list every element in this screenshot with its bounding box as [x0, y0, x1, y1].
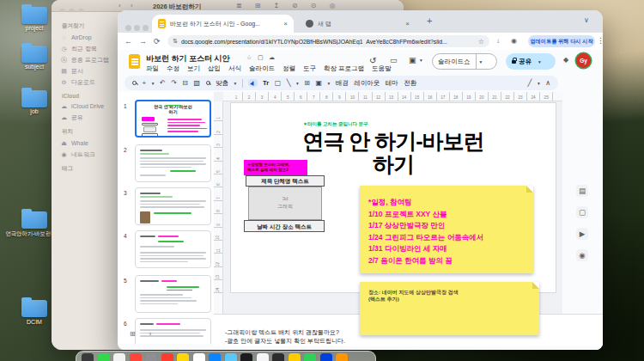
print-icon[interactable]: ⊟ [182, 79, 188, 87]
menu-item[interactable]: 슬라이드 [249, 64, 275, 73]
forward-icon[interactable]: → [139, 37, 147, 46]
dock-app-icon[interactable] [272, 353, 284, 361]
doc-cloud-status-icon[interactable]: ☁ [269, 54, 275, 61]
tab-slides[interactable]: 바보런 하기 포스터 시안 - Goog... × [152, 15, 294, 33]
sticky-note-location[interactable]: 장소: 네이버 지도에 상상만발극장 검색(텍스트 추가) [360, 282, 539, 335]
dock-app-icon[interactable] [209, 353, 221, 361]
slide-thumbnail-1[interactable]: 연극 안 하기-바보런하기 [135, 100, 211, 138]
dock-app-icon[interactable] [240, 353, 252, 361]
line-dropdown-icon[interactable]: ▾ [296, 81, 299, 86]
select-tool[interactable]: ▶ [248, 79, 257, 87]
textbox-tool[interactable]: Tr [263, 79, 269, 87]
fit-dropdown-icon[interactable]: ▾ [234, 81, 237, 86]
sticky-note-schedule[interactable]: *일정, 참여팀1/10 프로젝트 XXY 산불1/17 상상만발극장 만인1/… [360, 186, 533, 273]
dock-app-icon[interactable] [225, 353, 237, 361]
doc-move-folder-icon[interactable]: ▢ [258, 54, 264, 61]
line-tool-icon[interactable]: ╲ [287, 79, 291, 87]
doc-star-icon[interactable]: ☆ [246, 54, 252, 61]
tab-search-icon[interactable]: ∨ [584, 16, 589, 24]
slideshow-button[interactable]: 슬라이드쇼 ▾ [432, 53, 497, 70]
transition-button[interactable]: 전환 [404, 79, 416, 88]
share-button[interactable]: 공유 ▾ [506, 53, 556, 70]
side-panel-icon[interactable]: ▢ [576, 206, 588, 218]
finder-sidebar-item[interactable]: ☁공유 [60, 112, 118, 123]
dock-app-icon[interactable] [98, 353, 110, 361]
image-tool-icon[interactable]: ▣ [315, 79, 322, 87]
dock-app-icon[interactable] [113, 353, 125, 361]
update-chrome-button[interactable]: 업데이트를 위해 다시 시작 [528, 35, 595, 47]
browser-menu-icon[interactable]: ⋮ [597, 36, 603, 45]
slide-editor-canvas[interactable]: ★타이틀 고치는 중입니다 문구 연극 안 하기-바보런하기 ★정방형 포스터 … [230, 102, 556, 293]
slide-thumbnail-5[interactable] [135, 275, 211, 313]
dock-app-icon[interactable] [130, 353, 142, 361]
finder-sidebar-item[interactable]: ⏏Whale [60, 138, 118, 149]
finder-sidebar-item[interactable]: ◷최근 항목 [60, 43, 118, 54]
dock-app-icon[interactable] [289, 353, 301, 361]
finder-sidebar-item[interactable]: ☁iCloud Drive [60, 101, 118, 112]
fit-dropdown[interactable]: 맞춤 [216, 79, 228, 88]
tab-close-icon[interactable]: × [283, 20, 288, 28]
shape-tool-icon[interactable]: ▢ [275, 79, 282, 87]
finder-toolbar-icon[interactable]: ⊙ [311, 2, 318, 9]
zoom-icon[interactable] [206, 81, 210, 85]
finder-back-icon[interactable]: ‹ [118, 2, 122, 9]
site-settings-icon[interactable]: ⇅ [173, 38, 178, 45]
slide-thumbnail-3[interactable] [135, 187, 211, 225]
image-dropdown-icon[interactable]: ▾ [328, 81, 331, 86]
diagram-graphic-box[interactable]: 3d 그래픽 [248, 187, 322, 220]
download-icon[interactable]: ↓ [496, 37, 500, 45]
dock-app-icon[interactable] [336, 353, 348, 361]
desktop-folder-play-icon[interactable] [21, 211, 47, 229]
bookmark-star-icon[interactable]: ☆ [478, 38, 484, 46]
slide-green-annotation[interactable]: ★타이틀 고치는 중입니다 문구 [303, 121, 368, 127]
address-bar[interactable]: ⇅ docs.google.com/presentation/d/1kIYTL0… [167, 35, 489, 47]
dock-app-icon[interactable] [320, 353, 332, 361]
finder-toolbar-icon[interactable]: ◎ [330, 2, 337, 9]
pen-dropdown-icon[interactable]: ▾ [538, 81, 540, 86]
undo-icon[interactable]: ↶ [160, 79, 166, 87]
new-tab-button[interactable]: + [427, 15, 432, 26]
tab-newtab[interactable]: 새 탭 × [300, 15, 416, 33]
finder-toolbar-icons[interactable]: ≣⊞↥⊘⊙◎ [236, 2, 337, 9]
dock-app-icon[interactable] [177, 353, 189, 361]
gemini-sparkle-icon[interactable]: ◆ [563, 56, 568, 64]
grid-view-icon[interactable]: ⊞ [130, 330, 136, 338]
menu-item[interactable]: 수정 [167, 64, 179, 73]
slideshow-dropdown-icon[interactable]: ▾ [477, 59, 486, 64]
dock-app-icon[interactable] [257, 353, 269, 361]
finder-sidebar-item[interactable]: Ⓐ응용 프로그램 [60, 54, 118, 65]
paint-format-icon[interactable]: ▧ [194, 79, 201, 87]
account-avatar[interactable]: Gy [576, 53, 591, 68]
magenta-annotation-box[interactable]: ★정방형 포스터 그래픽, 텍스트 실제 배치 참고2 [244, 160, 307, 175]
new-slide-dropdown-icon[interactable]: ▾ [152, 81, 155, 86]
reload-icon[interactable]: ⟳ [154, 37, 161, 46]
finder-sidebar-item[interactable]: ▤문서 [60, 65, 118, 76]
finder-sidebar-item[interactable]: ⊖다운로드 [60, 76, 118, 88]
dock-app-icon[interactable] [193, 353, 205, 361]
finder-toolbar-icon[interactable]: ≣ [236, 2, 243, 9]
tab-close-icon[interactable]: × [405, 20, 410, 28]
back-icon[interactable]: ← [125, 37, 132, 46]
redo-icon[interactable]: ↷ [171, 79, 177, 87]
dock-app-icon[interactable] [304, 353, 316, 361]
menu-item[interactable]: 확장 프로그램 [324, 64, 364, 73]
collapse-toolbar-icon[interactable]: ∧ [545, 79, 550, 87]
side-panel-icon[interactable]: ▤ [576, 185, 588, 197]
meet-cam-dropdown-icon[interactable]: ▾ [420, 58, 422, 63]
new-slide-button[interactable]: + [143, 79, 147, 87]
doc-title[interactable]: 바보런 하기 포스터 시안 [146, 53, 230, 64]
menu-item[interactable]: 도구 [303, 64, 316, 73]
dock-app-icon[interactable] [82, 353, 94, 361]
desktop-folder-subject-icon[interactable] [21, 46, 47, 63]
theme-button[interactable]: 테마 [386, 79, 398, 88]
desktop-folder-project-icon[interactable] [21, 7, 47, 24]
finder-toolbar-icon[interactable]: ⊘ [292, 2, 299, 9]
desktop-folder-job-icon[interactable] [21, 90, 47, 107]
comment-icon[interactable]: ▭ [390, 56, 398, 64]
menu-item[interactable]: 도움말 [372, 64, 392, 73]
layout-button[interactable]: 레이아웃 [354, 79, 380, 88]
menu-item[interactable]: 파일 [146, 64, 159, 73]
side-panel-icon[interactable]: ▶ [576, 228, 588, 240]
finder-sidebar-item[interactable]: ◉네트워크 [60, 149, 118, 160]
pen-tool-icon[interactable]: ╱ [528, 79, 532, 87]
